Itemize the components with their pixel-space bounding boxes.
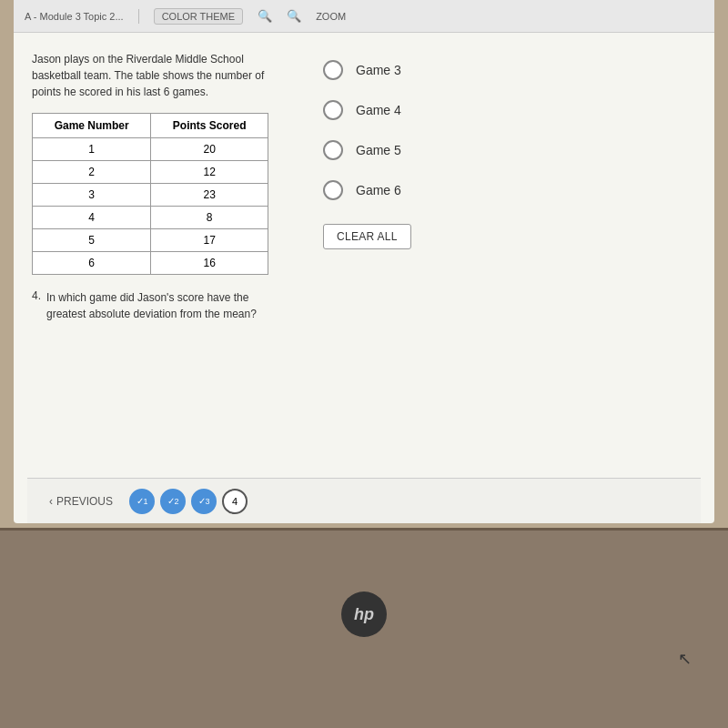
previous-label: PREVIOUS — [56, 495, 113, 508]
check-icon: ✓ — [136, 496, 144, 506]
game-data-table: Game Number Points Scored 12021232348517… — [32, 113, 268, 275]
question-number: 4. — [32, 289, 41, 302]
table-row: 212 — [33, 161, 268, 184]
game-number-cell: 6 — [33, 252, 151, 275]
radio-game3[interactable] — [323, 60, 343, 80]
page-number: 4 — [232, 496, 238, 507]
nav-pages: ✓1✓2✓34 — [129, 489, 248, 514]
col2-header: Points Scored — [151, 114, 268, 138]
toolbar-divider — [138, 9, 139, 24]
table-row: 616 — [33, 252, 268, 275]
radio-game6[interactable] — [323, 180, 343, 200]
answer-option-game6: Game 6 — [323, 180, 696, 200]
left-panel: Jason plays on the Riverdale Middle Scho… — [32, 51, 287, 478]
game-number-cell: 1 — [33, 138, 151, 161]
page-btn-4[interactable]: 4 — [222, 489, 248, 514]
page-number: 1 — [144, 497, 148, 506]
option-label-game4: Game 4 — [356, 103, 401, 117]
page-btn-3[interactable]: ✓3 — [191, 489, 217, 514]
cursor: ↖ — [678, 649, 692, 669]
page-btn-2[interactable]: ✓2 — [160, 489, 186, 514]
points-scored-cell: 23 — [151, 184, 268, 207]
hp-logo: hp — [341, 592, 387, 637]
color-theme-label: COLOR THEME — [162, 11, 235, 22]
right-panel: Game 3Game 4Game 5Game 6 CLEAR ALL — [323, 51, 696, 478]
game-number-cell: 5 — [33, 229, 151, 252]
points-scored-cell: 12 — [151, 161, 268, 184]
answer-option-game3: Game 3 — [323, 60, 696, 80]
option-label-game3: Game 3 — [356, 63, 401, 77]
zoom-in-icon[interactable]: 🔍 — [287, 9, 301, 23]
game-number-cell: 3 — [33, 184, 151, 207]
answer-option-game4: Game 4 — [323, 100, 696, 120]
check-icon: ✓ — [167, 496, 175, 506]
answer-options-container: Game 3Game 4Game 5Game 6 — [323, 60, 696, 200]
clear-all-button[interactable]: CLEAR ALL — [323, 224, 411, 249]
option-label-game5: Game 5 — [356, 143, 401, 157]
page-number: 3 — [206, 497, 210, 506]
points-scored-cell: 16 — [151, 252, 268, 275]
points-scored-cell: 8 — [151, 207, 268, 229]
points-scored-cell: 17 — [151, 229, 268, 252]
question-text: In which game did Jason's score have the… — [46, 289, 287, 322]
radio-game5[interactable] — [323, 140, 343, 160]
main-content: Jason plays on the Riverdale Middle Scho… — [14, 33, 714, 478]
zoom-label: ZOOM — [316, 11, 346, 22]
table-row: 517 — [33, 229, 268, 252]
zoom-out-icon[interactable]: 🔍 — [258, 9, 272, 23]
page-btn-1[interactable]: ✓1 — [129, 489, 155, 514]
toolbar-title: A - Module 3 Topic 2... — [25, 11, 124, 22]
table-row: 323 — [33, 184, 268, 207]
option-label-game6: Game 6 — [356, 183, 401, 197]
game-number-cell: 4 — [33, 207, 151, 229]
answer-option-game5: Game 5 — [323, 140, 696, 160]
table-row: 120 — [33, 138, 268, 161]
nav-bar: ‹ PREVIOUS ✓1✓2✓34 — [27, 478, 701, 523]
laptop-body: hp — [0, 528, 728, 728]
problem-description: Jason plays on the Riverdale Middle Scho… — [32, 51, 287, 100]
radio-game4[interactable] — [323, 100, 343, 120]
page-number: 2 — [175, 497, 179, 506]
col1-header: Game Number — [33, 114, 151, 138]
color-theme-button[interactable]: COLOR THEME — [154, 8, 243, 25]
screen: A - Module 3 Topic 2... COLOR THEME 🔍 🔍 … — [14, 0, 714, 523]
table-row: 48 — [33, 207, 268, 229]
check-icon: ✓ — [198, 496, 206, 506]
toolbar: A - Module 3 Topic 2... COLOR THEME 🔍 🔍 … — [14, 0, 714, 33]
previous-button[interactable]: ‹ PREVIOUS — [42, 491, 120, 511]
points-scored-cell: 20 — [151, 138, 268, 161]
prev-arrow-icon: ‹ — [49, 495, 53, 508]
game-number-cell: 2 — [33, 161, 151, 184]
